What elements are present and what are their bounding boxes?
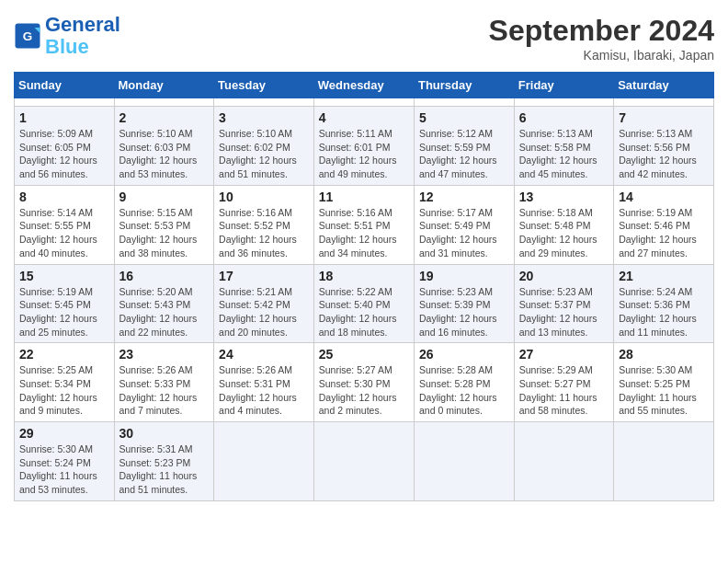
title-area: September 2024 Kamisu, Ibaraki, Japan [489, 14, 714, 63]
day-info: Sunrise: 5:25 AM Sunset: 5:34 PM Dayligh… [19, 363, 109, 418]
calendar-cell: 13Sunrise: 5:18 AM Sunset: 5:48 PM Dayli… [514, 185, 613, 264]
calendar-cell [514, 422, 613, 501]
day-info: Sunrise: 5:24 AM Sunset: 5:36 PM Dayligh… [619, 285, 709, 339]
svg-text:G: G [23, 29, 33, 43]
calendar-cell: 1Sunrise: 5:09 AM Sunset: 6:05 PM Daylig… [15, 107, 115, 186]
day-info: Sunrise: 5:16 AM Sunset: 5:52 PM Dayligh… [219, 206, 309, 260]
day-info: Sunrise: 5:23 AM Sunset: 5:37 PM Dayligh… [519, 285, 609, 339]
day-info: Sunrise: 5:10 AM Sunset: 6:02 PM Dayligh… [219, 127, 309, 181]
calendar-cell [313, 422, 414, 501]
calendar-cell: 26Sunrise: 5:28 AM Sunset: 5:28 PM Dayli… [414, 343, 514, 422]
logo: G General Blue [14, 14, 120, 58]
calendar-week-row [15, 98, 714, 107]
calendar-cell: 19Sunrise: 5:23 AM Sunset: 5:39 PM Dayli… [414, 264, 514, 343]
day-info: Sunrise: 5:13 AM Sunset: 5:56 PM Dayligh… [619, 127, 709, 181]
day-info: Sunrise: 5:31 AM Sunset: 5:23 PM Dayligh… [119, 442, 210, 497]
day-info: Sunrise: 5:20 AM Sunset: 5:43 PM Dayligh… [119, 285, 210, 339]
day-header-tuesday: Tuesday [214, 73, 314, 98]
day-header-saturday: Saturday [614, 73, 714, 98]
month-title: September 2024 [489, 14, 714, 48]
day-info: Sunrise: 5:23 AM Sunset: 5:39 PM Dayligh… [419, 285, 509, 339]
calendar-cell: 29Sunrise: 5:30 AM Sunset: 5:24 PM Dayli… [15, 422, 115, 501]
calendar-cell: 16Sunrise: 5:20 AM Sunset: 5:43 PM Dayli… [114, 264, 214, 343]
day-info: Sunrise: 5:30 AM Sunset: 5:24 PM Dayligh… [19, 442, 109, 497]
day-number: 1 [19, 110, 109, 125]
logo-icon: G [14, 22, 41, 50]
day-info: Sunrise: 5:11 AM Sunset: 6:01 PM Dayligh… [319, 127, 409, 181]
day-info: Sunrise: 5:19 AM Sunset: 5:46 PM Dayligh… [619, 206, 709, 260]
calendar-cell: 15Sunrise: 5:19 AM Sunset: 5:45 PM Dayli… [15, 264, 115, 343]
day-number: 9 [119, 190, 210, 204]
calendar-week-row: 15Sunrise: 5:19 AM Sunset: 5:45 PM Dayli… [15, 264, 714, 343]
calendar-table: SundayMondayTuesdayWednesdayThursdayFrid… [14, 72, 714, 501]
day-info: Sunrise: 5:21 AM Sunset: 5:42 PM Dayligh… [219, 285, 309, 339]
day-number: 17 [219, 269, 309, 283]
day-number: 27 [519, 347, 609, 362]
calendar-cell [414, 98, 514, 107]
day-number: 5 [419, 110, 509, 125]
calendar-cell: 21Sunrise: 5:24 AM Sunset: 5:36 PM Dayli… [614, 264, 714, 343]
day-number: 13 [519, 190, 609, 204]
day-info: Sunrise: 5:10 AM Sunset: 6:03 PM Dayligh… [119, 127, 210, 181]
day-number: 25 [319, 347, 409, 362]
calendar-cell [114, 98, 214, 107]
day-info: Sunrise: 5:15 AM Sunset: 5:53 PM Dayligh… [119, 206, 210, 260]
day-number: 7 [619, 110, 709, 125]
calendar-cell: 18Sunrise: 5:22 AM Sunset: 5:40 PM Dayli… [313, 264, 414, 343]
day-info: Sunrise: 5:13 AM Sunset: 5:58 PM Dayligh… [519, 127, 609, 181]
calendar-cell: 30Sunrise: 5:31 AM Sunset: 5:23 PM Dayli… [114, 422, 214, 501]
day-number: 11 [319, 190, 409, 204]
day-header-monday: Monday [114, 73, 214, 98]
calendar-cell: 22Sunrise: 5:25 AM Sunset: 5:34 PM Dayli… [15, 343, 115, 422]
calendar-cell: 7Sunrise: 5:13 AM Sunset: 5:56 PM Daylig… [614, 107, 714, 186]
calendar-cell: 5Sunrise: 5:12 AM Sunset: 5:59 PM Daylig… [414, 107, 514, 186]
day-number: 23 [119, 347, 210, 362]
day-header-thursday: Thursday [414, 73, 514, 98]
day-header-sunday: Sunday [15, 73, 115, 98]
day-info: Sunrise: 5:18 AM Sunset: 5:48 PM Dayligh… [519, 206, 609, 260]
day-number: 3 [219, 110, 309, 125]
calendar-cell: 14Sunrise: 5:19 AM Sunset: 5:46 PM Dayli… [614, 185, 714, 264]
calendar-week-row: 8Sunrise: 5:14 AM Sunset: 5:55 PM Daylig… [15, 185, 714, 264]
calendar-cell: 2Sunrise: 5:10 AM Sunset: 6:03 PM Daylig… [114, 107, 214, 186]
day-header-wednesday: Wednesday [313, 73, 414, 98]
day-info: Sunrise: 5:22 AM Sunset: 5:40 PM Dayligh… [319, 285, 409, 339]
calendar-cell [414, 422, 514, 501]
calendar-cell: 12Sunrise: 5:17 AM Sunset: 5:49 PM Dayli… [414, 185, 514, 264]
day-number: 15 [19, 269, 109, 283]
calendar-cell: 4Sunrise: 5:11 AM Sunset: 6:01 PM Daylig… [313, 107, 414, 186]
day-number: 29 [19, 426, 109, 441]
day-number: 14 [619, 190, 709, 204]
calendar-cell: 24Sunrise: 5:26 AM Sunset: 5:31 PM Dayli… [214, 343, 314, 422]
calendar-cell [214, 98, 314, 107]
calendar-cell [214, 422, 314, 501]
day-number: 4 [319, 110, 409, 125]
calendar-cell: 11Sunrise: 5:16 AM Sunset: 5:51 PM Dayli… [313, 185, 414, 264]
day-number: 28 [619, 347, 709, 362]
day-number: 8 [19, 190, 109, 204]
day-number: 19 [419, 269, 509, 283]
calendar-week-row: 22Sunrise: 5:25 AM Sunset: 5:34 PM Dayli… [15, 343, 714, 422]
day-number: 26 [419, 347, 509, 362]
day-info: Sunrise: 5:16 AM Sunset: 5:51 PM Dayligh… [319, 206, 409, 260]
logo-text: General Blue [45, 14, 120, 58]
calendar-cell: 17Sunrise: 5:21 AM Sunset: 5:42 PM Dayli… [214, 264, 314, 343]
location: Kamisu, Ibaraki, Japan [489, 48, 714, 63]
day-number: 24 [219, 347, 309, 362]
calendar-cell: 8Sunrise: 5:14 AM Sunset: 5:55 PM Daylig… [15, 185, 115, 264]
calendar-header-row: SundayMondayTuesdayWednesdayThursdayFrid… [15, 73, 714, 98]
calendar-week-row: 29Sunrise: 5:30 AM Sunset: 5:24 PM Dayli… [15, 422, 714, 501]
day-info: Sunrise: 5:28 AM Sunset: 5:28 PM Dayligh… [419, 363, 509, 418]
day-number: 22 [19, 347, 109, 362]
calendar-cell: 23Sunrise: 5:26 AM Sunset: 5:33 PM Dayli… [114, 343, 214, 422]
calendar-cell [15, 98, 115, 107]
day-info: Sunrise: 5:29 AM Sunset: 5:27 PM Dayligh… [519, 363, 609, 418]
day-info: Sunrise: 5:19 AM Sunset: 5:45 PM Dayligh… [19, 285, 109, 339]
calendar-cell: 27Sunrise: 5:29 AM Sunset: 5:27 PM Dayli… [514, 343, 613, 422]
page-header: G General Blue September 2024 Kamisu, Ib… [14, 14, 714, 63]
day-info: Sunrise: 5:17 AM Sunset: 5:49 PM Dayligh… [419, 206, 509, 260]
day-info: Sunrise: 5:26 AM Sunset: 5:33 PM Dayligh… [119, 363, 210, 418]
day-number: 20 [519, 269, 609, 283]
calendar-cell [614, 98, 714, 107]
day-info: Sunrise: 5:30 AM Sunset: 5:25 PM Dayligh… [619, 363, 709, 418]
